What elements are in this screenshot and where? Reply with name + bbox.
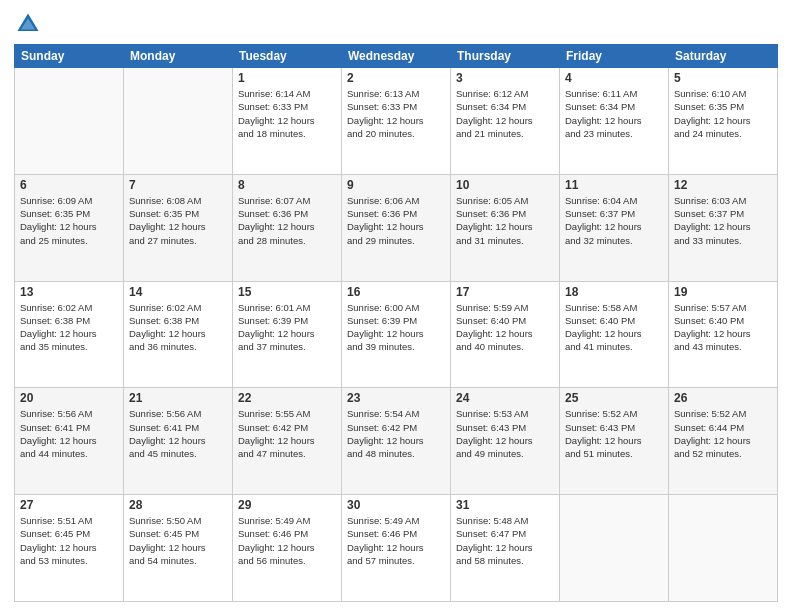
day-info: Sunrise: 6:04 AM Sunset: 6:37 PM Dayligh… — [565, 194, 663, 247]
column-header-wednesday: Wednesday — [342, 45, 451, 68]
calendar-cell: 21Sunrise: 5:56 AM Sunset: 6:41 PM Dayli… — [124, 388, 233, 495]
calendar-cell: 19Sunrise: 5:57 AM Sunset: 6:40 PM Dayli… — [669, 281, 778, 388]
day-number: 11 — [565, 178, 663, 192]
day-info: Sunrise: 6:06 AM Sunset: 6:36 PM Dayligh… — [347, 194, 445, 247]
day-number: 1 — [238, 71, 336, 85]
day-number: 30 — [347, 498, 445, 512]
day-number: 23 — [347, 391, 445, 405]
column-header-saturday: Saturday — [669, 45, 778, 68]
calendar-cell — [560, 495, 669, 602]
calendar-row-2: 13Sunrise: 6:02 AM Sunset: 6:38 PM Dayli… — [15, 281, 778, 388]
day-info: Sunrise: 5:55 AM Sunset: 6:42 PM Dayligh… — [238, 407, 336, 460]
calendar-header: SundayMondayTuesdayWednesdayThursdayFrid… — [15, 45, 778, 68]
day-number: 14 — [129, 285, 227, 299]
day-info: Sunrise: 6:00 AM Sunset: 6:39 PM Dayligh… — [347, 301, 445, 354]
calendar-cell: 9Sunrise: 6:06 AM Sunset: 6:36 PM Daylig… — [342, 174, 451, 281]
calendar-cell: 28Sunrise: 5:50 AM Sunset: 6:45 PM Dayli… — [124, 495, 233, 602]
column-header-sunday: Sunday — [15, 45, 124, 68]
day-number: 5 — [674, 71, 772, 85]
day-number: 25 — [565, 391, 663, 405]
day-info: Sunrise: 6:01 AM Sunset: 6:39 PM Dayligh… — [238, 301, 336, 354]
calendar-cell: 1Sunrise: 6:14 AM Sunset: 6:33 PM Daylig… — [233, 68, 342, 175]
day-number: 13 — [20, 285, 118, 299]
day-number: 7 — [129, 178, 227, 192]
column-header-monday: Monday — [124, 45, 233, 68]
day-number: 12 — [674, 178, 772, 192]
calendar-cell: 18Sunrise: 5:58 AM Sunset: 6:40 PM Dayli… — [560, 281, 669, 388]
day-info: Sunrise: 6:10 AM Sunset: 6:35 PM Dayligh… — [674, 87, 772, 140]
day-number: 20 — [20, 391, 118, 405]
day-info: Sunrise: 6:02 AM Sunset: 6:38 PM Dayligh… — [129, 301, 227, 354]
calendar-cell: 14Sunrise: 6:02 AM Sunset: 6:38 PM Dayli… — [124, 281, 233, 388]
calendar-cell: 12Sunrise: 6:03 AM Sunset: 6:37 PM Dayli… — [669, 174, 778, 281]
calendar-cell: 4Sunrise: 6:11 AM Sunset: 6:34 PM Daylig… — [560, 68, 669, 175]
calendar-cell: 27Sunrise: 5:51 AM Sunset: 6:45 PM Dayli… — [15, 495, 124, 602]
day-info: Sunrise: 5:58 AM Sunset: 6:40 PM Dayligh… — [565, 301, 663, 354]
calendar-body: 1Sunrise: 6:14 AM Sunset: 6:33 PM Daylig… — [15, 68, 778, 602]
day-info: Sunrise: 6:09 AM Sunset: 6:35 PM Dayligh… — [20, 194, 118, 247]
day-info: Sunrise: 6:12 AM Sunset: 6:34 PM Dayligh… — [456, 87, 554, 140]
day-info: Sunrise: 6:07 AM Sunset: 6:36 PM Dayligh… — [238, 194, 336, 247]
day-info: Sunrise: 6:11 AM Sunset: 6:34 PM Dayligh… — [565, 87, 663, 140]
day-number: 8 — [238, 178, 336, 192]
day-info: Sunrise: 5:52 AM Sunset: 6:43 PM Dayligh… — [565, 407, 663, 460]
calendar-cell: 26Sunrise: 5:52 AM Sunset: 6:44 PM Dayli… — [669, 388, 778, 495]
day-info: Sunrise: 5:56 AM Sunset: 6:41 PM Dayligh… — [129, 407, 227, 460]
logo — [14, 10, 46, 38]
day-info: Sunrise: 6:02 AM Sunset: 6:38 PM Dayligh… — [20, 301, 118, 354]
day-number: 26 — [674, 391, 772, 405]
calendar-cell: 30Sunrise: 5:49 AM Sunset: 6:46 PM Dayli… — [342, 495, 451, 602]
day-info: Sunrise: 5:57 AM Sunset: 6:40 PM Dayligh… — [674, 301, 772, 354]
calendar-row-1: 6Sunrise: 6:09 AM Sunset: 6:35 PM Daylig… — [15, 174, 778, 281]
header — [14, 10, 778, 38]
calendar-cell: 13Sunrise: 6:02 AM Sunset: 6:38 PM Dayli… — [15, 281, 124, 388]
calendar-cell: 16Sunrise: 6:00 AM Sunset: 6:39 PM Dayli… — [342, 281, 451, 388]
calendar-cell — [669, 495, 778, 602]
calendar-cell: 11Sunrise: 6:04 AM Sunset: 6:37 PM Dayli… — [560, 174, 669, 281]
day-number: 10 — [456, 178, 554, 192]
calendar-cell: 29Sunrise: 5:49 AM Sunset: 6:46 PM Dayli… — [233, 495, 342, 602]
calendar-cell: 23Sunrise: 5:54 AM Sunset: 6:42 PM Dayli… — [342, 388, 451, 495]
calendar-cell: 2Sunrise: 6:13 AM Sunset: 6:33 PM Daylig… — [342, 68, 451, 175]
day-number: 3 — [456, 71, 554, 85]
day-info: Sunrise: 5:51 AM Sunset: 6:45 PM Dayligh… — [20, 514, 118, 567]
calendar-cell — [15, 68, 124, 175]
day-number: 17 — [456, 285, 554, 299]
calendar-cell: 31Sunrise: 5:48 AM Sunset: 6:47 PM Dayli… — [451, 495, 560, 602]
day-number: 6 — [20, 178, 118, 192]
calendar-row-0: 1Sunrise: 6:14 AM Sunset: 6:33 PM Daylig… — [15, 68, 778, 175]
day-number: 28 — [129, 498, 227, 512]
day-info: Sunrise: 6:13 AM Sunset: 6:33 PM Dayligh… — [347, 87, 445, 140]
day-number: 9 — [347, 178, 445, 192]
day-info: Sunrise: 6:03 AM Sunset: 6:37 PM Dayligh… — [674, 194, 772, 247]
day-info: Sunrise: 5:49 AM Sunset: 6:46 PM Dayligh… — [347, 514, 445, 567]
day-info: Sunrise: 5:50 AM Sunset: 6:45 PM Dayligh… — [129, 514, 227, 567]
calendar-row-3: 20Sunrise: 5:56 AM Sunset: 6:41 PM Dayli… — [15, 388, 778, 495]
calendar-row-4: 27Sunrise: 5:51 AM Sunset: 6:45 PM Dayli… — [15, 495, 778, 602]
page: SundayMondayTuesdayWednesdayThursdayFrid… — [0, 0, 792, 612]
calendar-cell: 15Sunrise: 6:01 AM Sunset: 6:39 PM Dayli… — [233, 281, 342, 388]
day-number: 16 — [347, 285, 445, 299]
day-number: 19 — [674, 285, 772, 299]
logo-icon — [14, 10, 42, 38]
calendar-table: SundayMondayTuesdayWednesdayThursdayFrid… — [14, 44, 778, 602]
column-header-thursday: Thursday — [451, 45, 560, 68]
calendar-cell: 20Sunrise: 5:56 AM Sunset: 6:41 PM Dayli… — [15, 388, 124, 495]
day-info: Sunrise: 6:05 AM Sunset: 6:36 PM Dayligh… — [456, 194, 554, 247]
day-info: Sunrise: 5:54 AM Sunset: 6:42 PM Dayligh… — [347, 407, 445, 460]
day-number: 2 — [347, 71, 445, 85]
day-number: 15 — [238, 285, 336, 299]
calendar-cell: 24Sunrise: 5:53 AM Sunset: 6:43 PM Dayli… — [451, 388, 560, 495]
calendar-cell: 7Sunrise: 6:08 AM Sunset: 6:35 PM Daylig… — [124, 174, 233, 281]
calendar-cell: 6Sunrise: 6:09 AM Sunset: 6:35 PM Daylig… — [15, 174, 124, 281]
calendar-cell: 8Sunrise: 6:07 AM Sunset: 6:36 PM Daylig… — [233, 174, 342, 281]
day-number: 4 — [565, 71, 663, 85]
day-info: Sunrise: 5:59 AM Sunset: 6:40 PM Dayligh… — [456, 301, 554, 354]
day-info: Sunrise: 5:53 AM Sunset: 6:43 PM Dayligh… — [456, 407, 554, 460]
day-number: 18 — [565, 285, 663, 299]
calendar-cell: 5Sunrise: 6:10 AM Sunset: 6:35 PM Daylig… — [669, 68, 778, 175]
day-info: Sunrise: 5:56 AM Sunset: 6:41 PM Dayligh… — [20, 407, 118, 460]
calendar-cell: 3Sunrise: 6:12 AM Sunset: 6:34 PM Daylig… — [451, 68, 560, 175]
day-number: 24 — [456, 391, 554, 405]
day-number: 27 — [20, 498, 118, 512]
